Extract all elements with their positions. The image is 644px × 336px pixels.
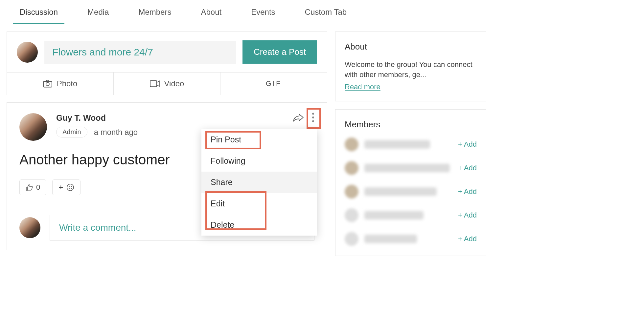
more-icon[interactable] bbox=[309, 111, 317, 124]
menu-edit[interactable]: Edit bbox=[201, 193, 317, 214]
video-icon bbox=[150, 80, 160, 87]
menu-share[interactable]: Share bbox=[201, 172, 317, 193]
compose-box: Flowers and more 24/7 Create a Post Phot… bbox=[7, 32, 327, 95]
compose-input[interactable]: Flowers and more 24/7 bbox=[44, 41, 236, 64]
create-post-button[interactable]: Create a Post bbox=[242, 40, 317, 64]
menu-following[interactable]: Following bbox=[201, 150, 317, 172]
add-member-button[interactable]: + Add bbox=[458, 211, 477, 220]
post-menu: Pin Post Following Share Edit Delete bbox=[201, 129, 317, 236]
avatar[interactable] bbox=[345, 161, 358, 175]
add-member-button[interactable]: + Add bbox=[458, 187, 477, 196]
avatar[interactable] bbox=[345, 137, 358, 151]
avatar[interactable] bbox=[19, 113, 47, 141]
video-label: Video bbox=[164, 79, 184, 88]
svg-point-8 bbox=[71, 186, 72, 187]
tabs: Discussion Media Members About Events Cu… bbox=[7, 0, 486, 24]
tab-custom[interactable]: Custom Tab bbox=[305, 0, 347, 24]
tab-about[interactable]: About bbox=[201, 0, 221, 24]
thumbs-up-icon bbox=[26, 184, 33, 191]
add-member-button[interactable]: + Add bbox=[458, 164, 477, 172]
like-button[interactable]: 0 bbox=[19, 179, 46, 195]
about-title: About bbox=[345, 42, 477, 52]
post-author[interactable]: Guy T. Wood bbox=[56, 113, 138, 123]
member-row: + Add bbox=[345, 185, 477, 199]
avatar[interactable] bbox=[345, 185, 358, 199]
member-row: + Add bbox=[345, 137, 477, 151]
admin-badge: Admin bbox=[56, 127, 87, 137]
svg-point-1 bbox=[46, 82, 49, 86]
add-gif-button[interactable]: GIF bbox=[220, 73, 327, 95]
svg-point-3 bbox=[312, 113, 314, 115]
smile-icon bbox=[66, 183, 74, 191]
svg-rect-2 bbox=[150, 81, 157, 87]
about-text: Welcome to the group! You can connect wi… bbox=[345, 60, 477, 80]
svg-point-4 bbox=[312, 116, 314, 118]
post-card: Guy T. Wood Admin a month ago bbox=[7, 102, 327, 250]
avatar[interactable] bbox=[345, 208, 358, 222]
camera-icon bbox=[43, 80, 52, 88]
tab-events[interactable]: Events bbox=[251, 0, 275, 24]
tab-media[interactable]: Media bbox=[87, 0, 109, 24]
menu-delete[interactable]: Delete bbox=[201, 214, 317, 236]
avatar[interactable] bbox=[345, 232, 358, 246]
post-time: a month ago bbox=[94, 128, 138, 137]
member-name bbox=[364, 140, 430, 149]
svg-point-6 bbox=[67, 184, 74, 191]
member-row: + Add bbox=[345, 208, 477, 222]
add-video-button[interactable]: Video bbox=[113, 73, 220, 95]
about-box: About Welcome to the group! You can conn… bbox=[335, 32, 486, 101]
member-row: + Add bbox=[345, 161, 477, 175]
photo-label: Photo bbox=[57, 79, 78, 88]
svg-point-7 bbox=[69, 186, 69, 187]
add-member-button[interactable]: + Add bbox=[458, 140, 477, 149]
add-member-button[interactable]: + Add bbox=[458, 235, 477, 243]
member-row: + Add bbox=[345, 232, 477, 246]
member-name bbox=[364, 164, 450, 172]
share-icon[interactable] bbox=[293, 113, 304, 122]
members-box: Members + Add + Add + Add + Add bbox=[335, 109, 486, 256]
avatar[interactable] bbox=[17, 42, 38, 63]
member-name bbox=[364, 235, 417, 243]
add-reaction-button[interactable]: + bbox=[52, 179, 80, 195]
members-title: Members bbox=[345, 119, 477, 130]
tab-discussion[interactable]: Discussion bbox=[20, 0, 58, 24]
read-more-link[interactable]: Read more bbox=[345, 83, 380, 91]
svg-point-5 bbox=[312, 120, 314, 122]
like-count: 0 bbox=[36, 183, 40, 192]
member-name bbox=[364, 187, 437, 196]
add-photo-button[interactable]: Photo bbox=[7, 73, 113, 95]
plus-icon: + bbox=[58, 183, 63, 191]
avatar[interactable] bbox=[19, 217, 40, 238]
member-name bbox=[364, 211, 424, 220]
tab-members[interactable]: Members bbox=[138, 0, 171, 24]
gif-label: GIF bbox=[266, 79, 282, 88]
menu-pin[interactable]: Pin Post bbox=[201, 129, 317, 150]
